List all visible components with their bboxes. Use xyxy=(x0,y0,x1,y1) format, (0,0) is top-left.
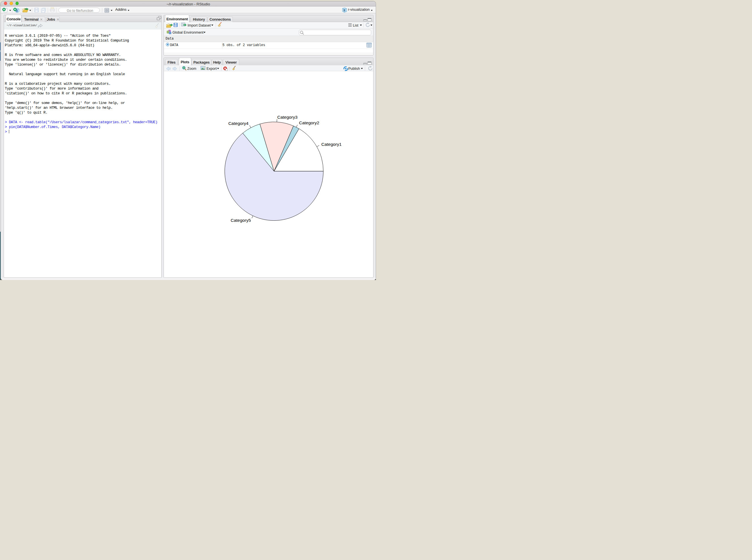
svg-text:Category5: Category5 xyxy=(230,218,251,223)
svg-text:List: List xyxy=(353,23,359,27)
svg-text:Category3: Category3 xyxy=(278,115,298,120)
svg-text:R: R xyxy=(344,9,346,12)
svg-text:Category2: Category2 xyxy=(299,120,320,125)
svg-text:Category1: Category1 xyxy=(322,142,342,147)
svg-text:Category4: Category4 xyxy=(228,121,249,126)
svg-text:Global Environment: Global Environment xyxy=(172,31,204,35)
svg-text:Import Dataset: Import Dataset xyxy=(187,23,211,27)
